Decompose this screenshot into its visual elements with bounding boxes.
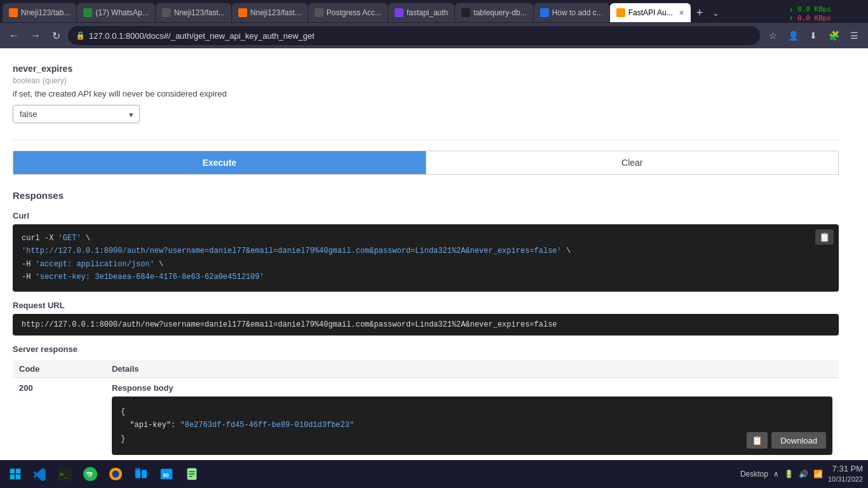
tab-favicon	[461, 8, 470, 17]
param-context: (query)	[43, 76, 67, 85]
svg-rect-0	[10, 469, 15, 474]
execute-button[interactable]: Execute	[13, 151, 426, 174]
taskbar-vscode[interactable]	[28, 463, 51, 485]
vscode-icon	[32, 467, 46, 481]
menu-icon[interactable]: ☰	[845, 27, 863, 44]
action-buttons: Execute Clear	[13, 151, 839, 175]
network-icon: 📶	[813, 470, 823, 478]
new-tab-button[interactable]: +	[691, 6, 709, 20]
tab-favicon	[540, 8, 549, 17]
curl-code-block: curl -X 'GET' \ 'http://127.0.0.1:8000/a…	[13, 224, 839, 292]
curl-line2: 'http://127.0.0.1:8000/auth/new?username…	[22, 247, 571, 255]
url-input[interactable]	[89, 31, 752, 41]
curl-label: Curl	[13, 211, 839, 220]
svg-rect-3	[16, 475, 21, 480]
start-button[interactable]	[5, 464, 25, 484]
tab-fastapi-active[interactable]: FastAPI Au... ✕	[610, 3, 691, 22]
tab-label: tablequery-db...	[473, 8, 526, 17]
desktop-label: Desktop	[740, 470, 768, 478]
tab-nneji-fast2[interactable]: Nneji123/fast...	[232, 3, 308, 22]
tab-close-icon[interactable]: ✕	[679, 9, 684, 17]
tab-how-to[interactable]: How to add c...	[534, 3, 609, 22]
forward-button[interactable]: →	[27, 29, 44, 43]
taskbar-notepad[interactable]	[180, 463, 203, 485]
tab-favicon	[162, 8, 171, 17]
tab-tablequery[interactable]: tablequery-db...	[455, 3, 532, 22]
upload-speed: ↑ 0.0 KBps	[789, 14, 831, 23]
battery-icon: 🔋	[784, 470, 794, 478]
curl-line1: curl -X 'GET' \	[22, 234, 90, 243]
svg-rect-10	[142, 470, 147, 478]
clear-button[interactable]: Clear	[426, 151, 839, 174]
tab-label: Nneji123/fast...	[174, 8, 225, 17]
address-bar[interactable]: 🔒	[68, 26, 760, 45]
download-button[interactable]: Download	[771, 432, 826, 449]
divider	[13, 140, 839, 140]
tab-fastapi-auth[interactable]: fastapi_auth	[388, 3, 454, 22]
tab-favicon	[315, 8, 323, 17]
extensions-icon[interactable]: 🧩	[825, 27, 843, 44]
taskbar-calendar[interactable]: 90	[155, 463, 178, 485]
tab-list-button[interactable]: ⌄	[709, 8, 723, 18]
profile-icon[interactable]: 👤	[784, 27, 802, 44]
tab-favicon	[616, 8, 625, 17]
tab-label: How to add c...	[552, 8, 603, 17]
tab-postgres[interactable]: Postgress Acc...	[308, 3, 388, 22]
taskbar-firefox[interactable]	[104, 463, 127, 485]
time-display: 7:31 PM	[828, 463, 863, 475]
tab-nneji-table[interactable]: Nneji123/tab...	[3, 3, 76, 22]
taskbar: >_	[0, 460, 868, 488]
response-details-cell: Response body { "api-key": "8e2763df-fd4…	[105, 377, 839, 460]
curl-copy-button[interactable]: 📋	[815, 229, 834, 245]
param-type: boolean	[13, 76, 40, 85]
nav-bar: ← → ↻ 🔒 ☆ 👤 ⬇ 🧩 ☰	[0, 23, 868, 48]
tab-label: Postgress Acc...	[327, 8, 381, 17]
responses-title: Responses	[13, 185, 839, 201]
param-section-never-expires: never_expires boolean (query) if set, th…	[13, 58, 839, 136]
curl-line3: -H 'accept: application/json' \	[22, 260, 163, 269]
svg-point-8	[112, 471, 119, 478]
security-icon: 🔒	[76, 31, 85, 40]
file-manager-icon	[134, 467, 148, 481]
taskbar-file-manager[interactable]	[130, 463, 153, 485]
svg-rect-11	[135, 468, 140, 471]
volume-icon: 🔊	[799, 470, 808, 478]
terminal-icon: >_	[58, 467, 72, 481]
response-code: 200	[13, 377, 105, 460]
tab-favicon	[9, 8, 18, 17]
request-url-label: Request URL	[13, 301, 839, 310]
param-description: if set, the created API key will never b…	[13, 89, 839, 98]
tab-favicon	[395, 8, 403, 17]
col-header-details: Details	[105, 360, 839, 378]
download-speed: ↓ 0.0 KBps	[789, 5, 831, 14]
date-display: 10/31/2022	[828, 475, 863, 484]
tab-bar: Nneji123/tab... (17) WhatsAp... Nneji123…	[0, 0, 868, 23]
json-open-brace: {	[121, 407, 125, 416]
curl-line4: -H 'secret-key: 3e1beaea-684e-4176-8e63-…	[22, 273, 264, 281]
windows-logo-icon	[9, 468, 22, 480]
refresh-button[interactable]: ↻	[48, 29, 64, 43]
taskbar-terminal[interactable]: >_	[53, 463, 76, 485]
param-select-wrapper: false true ▾	[13, 105, 140, 123]
json-close-brace: }	[121, 435, 125, 444]
bookmark-icon[interactable]: ☆	[764, 27, 782, 44]
back-button[interactable]: ←	[5, 29, 23, 43]
tab-whatsapp[interactable]: (17) WhatsAp...	[77, 3, 154, 22]
tab-nneji-fast1[interactable]: Nneji123/fast...	[156, 3, 231, 22]
col-header-code: Code	[13, 360, 105, 378]
taskbar-spotify[interactable]	[79, 463, 102, 485]
response-body-block: { "api-key": "8e2763df-fd45-46ff-be89-01…	[112, 396, 832, 456]
tab-label: FastAPI Au...	[628, 8, 673, 17]
download-manager-icon[interactable]: ⬇	[804, 27, 822, 44]
svg-rect-1	[16, 469, 21, 474]
network-speed: ↓ 0.0 KBps ↑ 0.0 KBps	[789, 5, 831, 24]
firefox-icon	[109, 467, 123, 481]
calendar-icon: 90	[159, 467, 173, 481]
svg-rect-2	[10, 475, 15, 480]
taskbar-time[interactable]: 7:31 PM 10/31/2022	[828, 463, 863, 485]
json-key: "api-key": "8e2763df-fd45-46ff-be89-010d…	[121, 421, 354, 430]
never-expires-select[interactable]: false true	[13, 105, 140, 123]
response-copy-button[interactable]: 📋	[747, 432, 768, 449]
chevron-up-icon[interactable]: ∧	[773, 470, 779, 478]
param-name: never_expires	[13, 64, 72, 74]
